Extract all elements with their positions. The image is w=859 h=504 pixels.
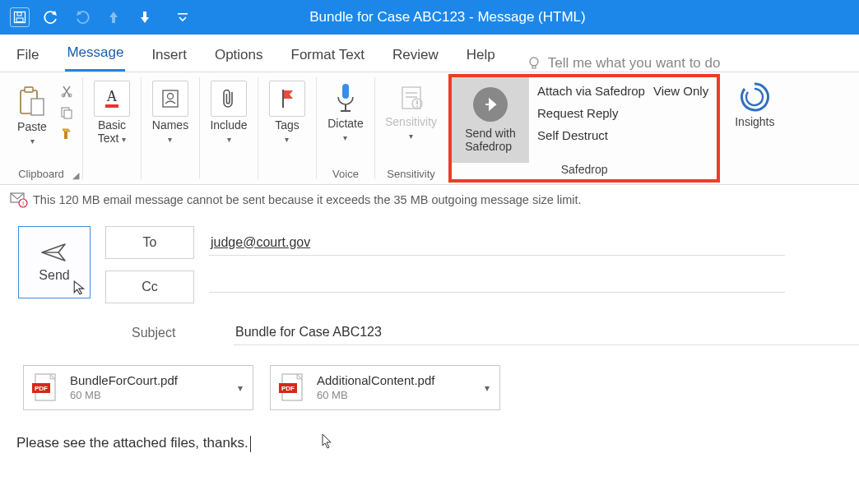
svg-rect-18 [282, 90, 284, 108]
compose-header: Send To judge@court.gov Cc [0, 211, 859, 303]
clipboard-icon [17, 86, 47, 118]
group-insights: Insights [725, 72, 784, 184]
svg-rect-1 [16, 18, 23, 22]
attachment-dropdown[interactable]: ▾ [234, 382, 246, 394]
dictate-button[interactable]: Dictate▾ [322, 77, 369, 146]
subject-value: Bundle for Case ABC123 [235, 325, 382, 339]
basic-text-button[interactable]: A BasicText ▾ [88, 77, 136, 148]
attachment-item[interactable]: PDF AdditionalContent.pdf 60 MB ▾ [270, 365, 500, 410]
request-reply-option[interactable]: Request Reply [537, 106, 708, 120]
safedrop-arrow-icon [473, 87, 508, 122]
group-voice: Dictate▾ Voice [317, 72, 374, 184]
redo-icon[interactable] [72, 7, 92, 27]
group-tags: Tags▾ [258, 72, 316, 184]
size-limit-warning: ! This 120 MB email message cannot be se… [0, 185, 859, 211]
group-basic-text: A BasicText ▾ [83, 72, 141, 184]
attachment-item[interactable]: PDF BundleForCourt.pdf 60 MB ▾ [23, 365, 253, 410]
insights-icon [738, 81, 771, 113]
pdf-icon: PDF [277, 372, 309, 405]
tab-file[interactable]: File [15, 40, 40, 72]
include-button[interactable]: Include▾ [205, 77, 253, 148]
svg-rect-27 [416, 106, 418, 108]
cc-button[interactable]: Cc [105, 270, 194, 303]
svg-rect-24 [406, 96, 417, 98]
attachment-name: AdditionalContent.pdf [317, 373, 434, 389]
pdf-icon: PDF [30, 372, 62, 405]
message-body[interactable]: Please see the attached files, thanks. [0, 410, 859, 452]
self-destruct-option[interactable]: Self Destruct [537, 128, 708, 142]
attachment-size: 60 MB [317, 389, 434, 402]
window-title: Bundle for Case ABC123 - Message (HTML) [193, 9, 703, 25]
group-names: Names▾ [142, 72, 199, 184]
svg-rect-3 [178, 13, 188, 15]
tab-message[interactable]: Message [65, 38, 125, 72]
group-label-clipboard: Clipboard [15, 166, 67, 182]
send-button[interactable]: Send [18, 226, 91, 298]
sensitivity-button: Sensitivity▾ [380, 77, 442, 145]
clipboard-dialog-launcher[interactable]: ◢ [72, 170, 79, 181]
view-only-option[interactable]: View Only [653, 84, 708, 98]
paste-button[interactable]: Paste▾ [8, 82, 56, 150]
format-painter-icon[interactable] [59, 127, 74, 141]
address-book-icon [152, 81, 188, 117]
svg-rect-15 [105, 104, 118, 108]
svg-rect-23 [406, 92, 417, 94]
font-format-icon: A [94, 81, 130, 117]
group-clipboard: Paste▾ Clipboard ◢ [0, 72, 82, 184]
names-button[interactable]: Names▾ [146, 77, 194, 148]
svg-text:PDF: PDF [281, 385, 295, 392]
warning-icon: ! [10, 192, 28, 208]
down-arrow-icon[interactable] [135, 7, 155, 27]
send-label: Send [39, 268, 69, 283]
tab-format-text[interactable]: Format Text [290, 40, 366, 72]
insights-button[interactable]: Insights [730, 77, 779, 132]
svg-rect-13 [64, 132, 67, 139]
body-text: Please see the attached files, thanks. [16, 435, 248, 451]
cut-icon[interactable] [59, 84, 74, 99]
tab-review[interactable]: Review [391, 40, 440, 72]
paperclip-icon [211, 81, 247, 117]
flag-icon [269, 81, 305, 117]
svg-text:PDF: PDF [35, 385, 48, 392]
svg-rect-7 [25, 87, 33, 92]
customize-quickaccess-icon[interactable] [173, 7, 193, 27]
attachments-row: PDF BundleForCourt.pdf 60 MB ▾ PDF Addit… [0, 345, 859, 410]
to-button[interactable]: To [105, 226, 194, 259]
attach-via-safedrop-option[interactable]: Attach via Safedrop [537, 84, 645, 98]
cursor-icon [72, 280, 87, 295]
svg-rect-21 [341, 110, 351, 112]
send-with-safedrop-button[interactable]: Send withSafedrop [452, 77, 529, 163]
svg-rect-12 [64, 110, 72, 118]
cursor-icon [321, 433, 334, 450]
tab-options[interactable]: Options [213, 40, 265, 72]
group-label-safedrop: Safedrop [452, 163, 717, 179]
subject-label: Subject [132, 326, 219, 340]
tab-insert[interactable]: Insert [150, 40, 188, 72]
send-plane-icon [40, 242, 68, 263]
ribbon-tabs: File Message Insert Options Format Text … [0, 35, 859, 72]
save-icon[interactable] [10, 7, 30, 27]
sensitivity-icon [397, 81, 425, 113]
tell-me-search[interactable]: Tell me what you want to do [527, 55, 721, 72]
cc-field[interactable] [209, 282, 785, 293]
svg-rect-2 [17, 12, 21, 16]
up-arrow-icon[interactable] [104, 7, 123, 27]
attachment-dropdown[interactable]: ▾ [481, 382, 493, 394]
tab-help[interactable]: Help [465, 40, 497, 72]
group-label-voice: Voice [329, 166, 362, 182]
svg-text:!: ! [22, 200, 24, 207]
tags-button[interactable]: Tags▾ [263, 77, 311, 148]
undo-icon[interactable] [41, 7, 61, 27]
to-field[interactable]: judge@court.gov [209, 230, 785, 256]
svg-text:A: A [107, 88, 118, 104]
svg-rect-26 [416, 100, 418, 104]
subject-field[interactable]: Bundle for Case ABC123 [234, 320, 859, 345]
ribbon: Paste▾ Clipboard ◢ A BasicText ▾ Names▾ [0, 72, 859, 185]
svg-point-17 [168, 94, 174, 99]
svg-point-4 [530, 58, 538, 66]
copy-icon[interactable] [59, 105, 74, 120]
text-cursor [250, 436, 251, 452]
lightbulb-icon [527, 56, 541, 71]
attachment-name: BundleForCourt.pdf [70, 373, 178, 389]
title-bar: Bundle for Case ABC123 - Message (HTML) [0, 0, 859, 35]
